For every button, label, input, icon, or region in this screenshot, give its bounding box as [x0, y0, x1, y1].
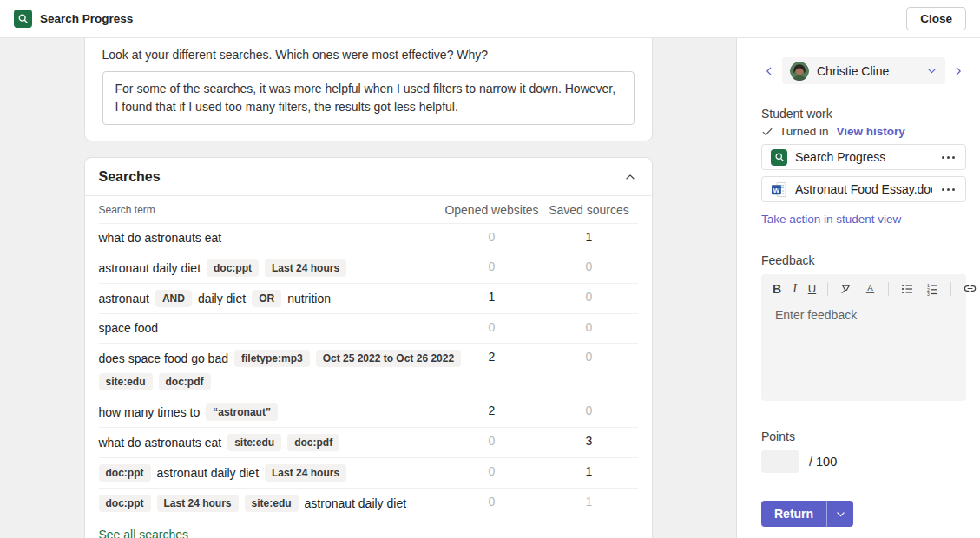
search-filter-tag: doc:ppt — [99, 464, 151, 482]
next-student-button[interactable] — [950, 63, 966, 79]
attachment-essay-docx[interactable]: W Astronaut Food Essay.docx — [761, 176, 966, 202]
student-answer: For some of the searches, it was more he… — [102, 71, 635, 125]
student-navigation: Christie Cline — [761, 57, 966, 84]
chevron-up-icon — [624, 171, 636, 183]
view-history-link[interactable]: View history — [837, 125, 905, 138]
avatar-photo — [790, 62, 809, 81]
search-term-cell: what do astronauts eatsite:edudoc:pdf — [99, 428, 444, 457]
points-input[interactable] — [761, 450, 799, 473]
toolbar-divider — [827, 282, 828, 296]
checkmark-icon — [761, 126, 773, 138]
points-row: / 100 — [761, 450, 966, 473]
search-filter-tag: site:edu — [99, 373, 153, 390]
search-filter-tag: doc:pdf — [159, 373, 211, 390]
search-term-text: nutrition — [287, 291, 331, 307]
student-selector-dropdown[interactable]: Christie Cline — [782, 57, 945, 84]
search-term-text: what do astronauts eat — [99, 230, 222, 246]
opened-websites-count: 0 — [444, 428, 541, 448]
searches-card: Searches Search term Opened websites Sav… — [84, 157, 653, 538]
link-icon — [963, 281, 977, 296]
saved-sources-count: 0 — [541, 344, 638, 364]
searches-table-header: Search term Opened websites Saved source… — [99, 196, 638, 223]
return-button[interactable]: Return — [761, 501, 826, 527]
take-action-link[interactable]: Take action in student view — [761, 213, 901, 226]
saved-sources-count: 0 — [541, 253, 638, 273]
feedback-input[interactable]: Enter feedback — [761, 299, 966, 331]
search-term-text: does space food go bad — [99, 351, 228, 367]
search-term-text: astronaut daily diet — [157, 465, 260, 482]
numbered-list-icon: 123 — [925, 282, 939, 296]
search-term-cell: doc:pptLast 24 hourssite:eduastronaut da… — [99, 489, 444, 518]
bold-button[interactable]: B — [773, 282, 781, 296]
search-filter-tag: OR — [252, 290, 281, 307]
chevron-down-icon — [835, 508, 846, 520]
more-options-icon[interactable] — [940, 185, 957, 194]
column-header-search-term: Search term — [99, 204, 444, 216]
search-progress-app-icon — [14, 10, 32, 28]
italic-button[interactable]: I — [793, 282, 797, 296]
more-options-icon[interactable] — [940, 153, 957, 162]
search-term-text: what do astronauts eat — [99, 435, 222, 451]
column-header-saved-sources: Saved sources — [541, 203, 638, 217]
close-button[interactable]: Close — [906, 7, 966, 30]
search-term-text: daily diet — [198, 291, 246, 307]
search-term-cell: astronaut daily dietdoc:pptLast 24 hours — [99, 253, 444, 283]
search-progress-icon — [771, 149, 787, 166]
search-term-text: astronaut daily diet — [99, 260, 201, 277]
chevron-down-icon — [926, 65, 937, 76]
svg-text:A: A — [867, 283, 873, 292]
grading-sidebar: Christie Cline Student work Turned in Vi… — [736, 38, 980, 538]
insert-link-button[interactable] — [963, 281, 977, 296]
word-doc-icon: W — [771, 181, 787, 198]
word-doc-icon: W — [771, 181, 787, 198]
table-row: how many times to“astronaut”20 — [99, 397, 638, 427]
opened-websites-count: 0 — [444, 489, 541, 508]
toolbar-divider — [950, 282, 951, 296]
searches-title: Searches — [99, 169, 161, 185]
collapse-searches-button[interactable] — [622, 169, 638, 185]
search-filter-tag: doc:pdf — [287, 434, 339, 451]
table-row: what do astronauts eat01 — [99, 223, 638, 253]
table-row: astronautANDdaily dietORnutrition10 — [99, 283, 638, 313]
question-card: Look at your different searches. Which o… — [84, 38, 653, 141]
column-header-opened-websites: Opened websites — [444, 203, 541, 217]
bullet-list-button[interactable] — [900, 282, 914, 296]
student-work-label: Student work — [761, 107, 966, 121]
saved-sources-count: 0 — [541, 284, 638, 304]
attachment-name: Search Progress — [795, 150, 932, 164]
search-term-cell: space food — [99, 314, 444, 343]
return-split-button[interactable]: Return — [761, 501, 853, 527]
highlight-button[interactable] — [839, 282, 852, 295]
table-row: what do astronauts eatsite:edudoc:pdf03 — [99, 427, 638, 457]
search-filter-tag: site:edu — [227, 434, 281, 451]
opened-websites-count: 1 — [444, 284, 541, 304]
previous-student-button[interactable] — [761, 63, 777, 79]
magnifier-icon — [17, 13, 29, 24]
search-filter-tag: Last 24 hours — [157, 495, 239, 512]
return-options-button[interactable] — [827, 501, 853, 527]
points-label: Points — [761, 430, 966, 443]
feedback-label: Feedback — [761, 253, 966, 267]
opened-websites-count: 2 — [444, 344, 541, 364]
opened-websites-count: 0 — [444, 253, 541, 273]
top-bar: Search Progress Close — [0, 0, 980, 38]
font-color-button[interactable]: A — [864, 282, 877, 295]
underline-button[interactable]: U — [808, 282, 816, 295]
search-filter-tag: doc:ppt — [99, 495, 151, 512]
saved-sources-count: 0 — [541, 397, 638, 417]
search-filter-tag: Last 24 hours — [265, 259, 346, 277]
saved-sources-count: 1 — [541, 224, 638, 244]
search-term-cell: what do astronauts eat — [99, 224, 444, 253]
attachment-search-progress[interactable]: Search Progress — [761, 144, 966, 170]
table-row: doc:pptLast 24 hourssite:eduastronaut da… — [99, 488, 638, 518]
feedback-toolbar: B I U A 123 — [761, 274, 966, 299]
opened-websites-count: 0 — [444, 458, 541, 478]
see-all-searches-link[interactable]: See all searches — [99, 528, 189, 538]
numbered-list-button[interactable]: 123 — [925, 282, 939, 296]
student-avatar — [790, 62, 809, 81]
table-row: doc:pptastronaut daily dietLast 24 hours… — [99, 457, 638, 488]
submission-status: Turned in View history — [761, 125, 966, 138]
opened-websites-count: 2 — [444, 397, 541, 417]
search-filter-tag: doc:ppt — [207, 259, 259, 277]
chevron-right-icon — [952, 65, 964, 77]
